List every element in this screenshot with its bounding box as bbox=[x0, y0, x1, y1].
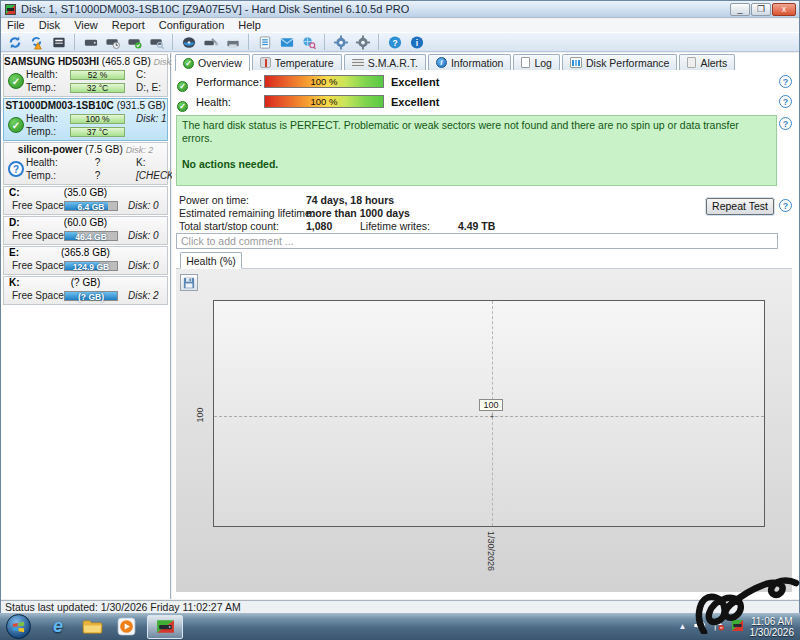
tab-log[interactable]: Log bbox=[513, 54, 560, 70]
menu-view[interactable]: View bbox=[74, 19, 98, 32]
speaker-icon[interactable] bbox=[693, 618, 706, 636]
writes-value: 4.49 TB bbox=[458, 220, 495, 232]
health-rating: Excellent bbox=[391, 96, 439, 108]
status-action: No actions needed. bbox=[182, 158, 771, 171]
free-space-label: Free Space bbox=[12, 290, 64, 301]
advanced-gear-icon[interactable] bbox=[353, 34, 372, 51]
health-label: Health: bbox=[26, 113, 70, 124]
help-icon[interactable]: ? bbox=[779, 199, 792, 212]
info-icon: i bbox=[436, 57, 447, 68]
tab-alerts[interactable]: Alerts bbox=[679, 54, 735, 70]
help-icon[interactable]: ? bbox=[779, 95, 792, 108]
volume-card-d[interactable]: D:(60.0 GB) Free Space 46.4 GB Disk: 0 bbox=[3, 216, 168, 245]
volume-card-k[interactable]: K:(? GB) Free Space (? GB) Disk: 2 bbox=[3, 276, 168, 305]
statusbar: Status last updated: 1/30/2026 Friday 11… bbox=[1, 600, 799, 613]
disk-name: silicon-power bbox=[18, 144, 82, 155]
data-point-label: 100 bbox=[479, 399, 503, 411]
taskbar-internet-explorer-icon[interactable]: e bbox=[41, 614, 75, 639]
volume-disk-number: Disk: 0 bbox=[120, 200, 165, 211]
help-icon[interactable]: ? bbox=[779, 75, 792, 88]
free-space-label: Free Space bbox=[12, 260, 64, 271]
hds-tray-icon[interactable] bbox=[731, 618, 744, 636]
help-icon[interactable]: ? bbox=[779, 117, 792, 130]
disk-clock-icon[interactable] bbox=[103, 34, 122, 51]
disk-check-icon[interactable] bbox=[125, 34, 144, 51]
disk-card-silicon-power[interactable]: silicon-power (7.5 GB) Disk: 2 ? Health:… bbox=[3, 142, 168, 185]
network-icon[interactable] bbox=[299, 34, 318, 51]
startstop-value: 1,080 bbox=[306, 220, 332, 232]
settings-gear-icon[interactable] bbox=[331, 34, 350, 51]
tab-temperature[interactable]: Temperature bbox=[252, 54, 342, 70]
restore-button[interactable]: ❐ bbox=[751, 3, 771, 16]
action-center-flag-icon[interactable] bbox=[712, 618, 725, 636]
health-right: Disk: 1 bbox=[128, 113, 167, 124]
volume-disk-number: Disk: 2 bbox=[120, 290, 165, 301]
print-icon[interactable] bbox=[223, 34, 242, 51]
status-ok-icon: ✓ bbox=[8, 117, 24, 133]
titlebar[interactable]: Disk: 1, ST1000DM003-1SB10C [Z9A07E5V] -… bbox=[1, 1, 799, 18]
notes-icon[interactable] bbox=[255, 34, 274, 51]
free-space-bar: (? GB) bbox=[64, 291, 118, 301]
health-row: ✓ Health: 100 % Excellent ? bbox=[172, 95, 792, 109]
performance-label: Performance: bbox=[196, 76, 262, 88]
start-button[interactable] bbox=[6, 614, 31, 639]
free-space-label: Free Space bbox=[12, 230, 64, 241]
toolbar: ? i bbox=[1, 32, 799, 52]
mail-icon[interactable] bbox=[277, 34, 296, 51]
tab-disk-performance[interactable]: Disk Performance bbox=[562, 54, 677, 70]
power-on-value: 74 days, 18 hours bbox=[306, 194, 394, 206]
disk-card-st1000-selected[interactable]: ST1000DM003-1SB10C (931.5 GB) ✓ Health: … bbox=[3, 98, 168, 141]
overview-panel: ✓Overview Temperature S.M.A.R.T. iInform… bbox=[172, 53, 799, 599]
help-icon[interactable]: ? bbox=[385, 34, 404, 51]
free-space-value: 6.4 GB bbox=[65, 202, 117, 210]
menu-configuration[interactable]: Configuration bbox=[159, 19, 224, 32]
volume-size: (365.8 GB) bbox=[61, 247, 110, 259]
close-button[interactable]: x bbox=[772, 3, 796, 16]
performance-meter: 100 % bbox=[264, 75, 384, 88]
save-chart-button[interactable] bbox=[180, 274, 198, 291]
taskbar-explorer-folder-icon[interactable] bbox=[75, 614, 109, 639]
disk-card-samsung[interactable]: SAMSUNG HD503HI (465.8 GB) Disk: 0 ✓ Hea… bbox=[3, 54, 168, 97]
show-hidden-icons-caret[interactable]: ▲ bbox=[679, 622, 687, 631]
taskbar-clock[interactable]: 11:06 AM 1/30/2026 bbox=[750, 616, 795, 638]
app-icon bbox=[5, 4, 16, 15]
comment-input[interactable] bbox=[176, 233, 778, 249]
floppy-icon bbox=[183, 277, 195, 289]
report-icon[interactable] bbox=[49, 34, 68, 51]
taskbar-media-player-icon[interactable] bbox=[109, 614, 143, 639]
svg-text:i: i bbox=[415, 37, 417, 47]
disk-icon[interactable] bbox=[81, 34, 100, 51]
disk-tools-icon[interactable] bbox=[201, 34, 220, 51]
menu-disk[interactable]: Disk bbox=[39, 19, 60, 32]
surface-test-icon[interactable] bbox=[179, 34, 198, 51]
info-icon[interactable]: i bbox=[407, 34, 426, 51]
status-ok-icon: ✓ bbox=[8, 73, 24, 89]
tab-smart[interactable]: S.M.A.R.T. bbox=[344, 54, 426, 70]
check-icon: ✓ bbox=[177, 81, 188, 92]
volume-disk-number: Disk: 0 bbox=[120, 230, 165, 241]
menu-report[interactable]: Report bbox=[112, 19, 145, 32]
volume-card-c[interactable]: C:(35.0 GB) Free Space 6.4 GB Disk: 0 bbox=[3, 186, 168, 215]
repeat-test-button[interactable]: Repeat Test bbox=[706, 198, 774, 215]
disk-sidebar: SAMSUNG HD503HI (465.8 GB) Disk: 0 ✓ Hea… bbox=[1, 53, 171, 599]
windows-flag-icon bbox=[12, 620, 25, 633]
refresh-icon[interactable] bbox=[5, 34, 24, 51]
status-text: The hard disk status is PERFECT. Problem… bbox=[182, 119, 771, 145]
menu-help[interactable]: Help bbox=[238, 19, 261, 32]
disk-search-icon[interactable] bbox=[147, 34, 166, 51]
temp-label: Temp.: bbox=[26, 170, 70, 181]
temp-value: ? bbox=[70, 171, 125, 181]
menu-file[interactable]: File bbox=[7, 19, 25, 32]
refresh-alert-icon[interactable] bbox=[27, 34, 46, 51]
taskbar-hds-active-button[interactable] bbox=[147, 615, 183, 639]
health-value: ? bbox=[70, 158, 125, 168]
free-space-label: Free Space bbox=[12, 200, 64, 211]
chart-tab-health[interactable]: Health (%) bbox=[180, 252, 242, 269]
health-bar: 100 % bbox=[70, 114, 125, 124]
minimize-button[interactable]: _ bbox=[730, 3, 750, 16]
status-last-updated: Status last updated: 1/30/2026 Friday 11… bbox=[5, 601, 241, 613]
window-title: Disk: 1, ST1000DM003-1SB10C [Z9A07E5V] -… bbox=[21, 3, 409, 15]
tab-overview[interactable]: ✓Overview bbox=[175, 54, 250, 71]
tab-information[interactable]: iInformation bbox=[428, 54, 512, 70]
volume-card-e[interactable]: E:(365.8 GB) Free Space 124.9 GB Disk: 0 bbox=[3, 246, 168, 275]
